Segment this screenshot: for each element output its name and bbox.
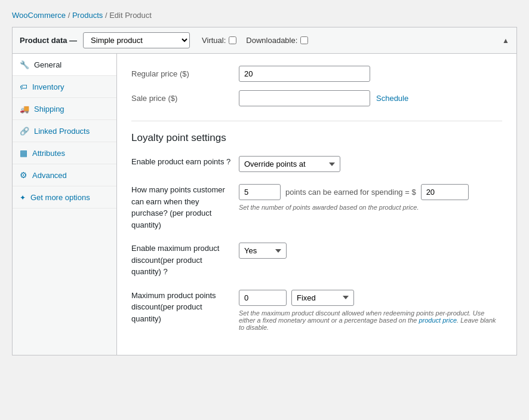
enable-max-discount-label: Enable maximum product discount(per prod… [131,243,239,278]
how-many-points-row: How many points customer can earn when t… [131,184,502,231]
sidebar-item-shipping-label: Shipping [34,105,64,114]
enable-max-control: Yes No [239,243,502,278]
main-content: Regular price ($) Sale price ($) Schedul… [117,54,516,355]
breadcrumb-products[interactable]: Products [72,11,103,20]
enable-points-label: Enable product earn points ? [131,156,239,172]
how-many-points-control: points can be earned for spending = $ Se… [239,184,502,231]
sidebar-item-general-label: General [34,60,61,69]
wrench-icon [20,60,29,69]
loyalty-section: Loyalty point settings Enable product ea… [131,121,502,331]
discount-type-select[interactable]: Fixed Percentage [291,290,354,306]
spending-value-input[interactable] [421,184,469,200]
downloadable-checkbox[interactable] [300,36,308,44]
how-many-points-label: How many points customer can earn when t… [131,184,239,231]
sidebar-item-inventory[interactable]: Inventory [13,76,116,98]
max-discount-row: Maximum product points discount(per prod… [131,290,502,331]
sidebar-item-inventory-label: Inventory [32,82,64,91]
gear-icon [20,170,27,180]
downloadable-label[interactable]: Downloadable: [246,36,308,45]
product-type-select[interactable]: Simple product Variable product Grouped … [83,32,190,48]
product-data-header: Product data — Simple product Variable p… [13,27,516,54]
product-data-title: Product data — [20,36,77,45]
sidebar: General Inventory Shipping Linked Produc… [13,54,117,355]
regular-price-input[interactable] [239,66,370,82]
sidebar-item-advanced-label: Advanced [32,171,67,180]
sale-price-label: Sale price ($) [131,94,239,103]
max-discount-help-text: Set the maximum product discount allowed… [239,309,502,331]
sidebar-item-attributes[interactable]: Attributes [13,142,116,164]
virtual-checkbox[interactable] [229,36,236,44]
sidebar-item-get-more-label: Get more options [30,193,90,202]
grid-icon [20,148,27,158]
loyalty-section-title: Loyalty point settings [131,132,502,144]
sidebar-item-shipping[interactable]: Shipping [13,98,116,120]
virtual-label[interactable]: Virtual: [202,36,236,45]
product-price-link[interactable]: product price [419,317,457,324]
star-icon [20,192,26,202]
product-data-panel: Product data — Simple product Variable p… [12,27,517,355]
tag-icon [20,82,27,91]
discount-row: Fixed Percentage [239,290,502,306]
enable-points-row: Enable product earn points ? Override po… [131,156,502,172]
enable-max-select[interactable]: Yes No [239,243,287,259]
sidebar-item-linked-label: Linked Products [34,127,90,136]
truck-icon [20,104,29,114]
schedule-link[interactable]: Schedule [376,94,408,103]
points-text: points can be earned for spending = $ [285,188,416,197]
sidebar-item-get-more[interactable]: Get more options [13,186,116,209]
breadcrumb: WooCommerce / Products / Edit Product [0,6,529,27]
max-discount-input[interactable] [239,290,287,306]
points-value-input[interactable] [239,184,281,200]
points-help-text: Set the number of points awarded based o… [239,204,502,211]
sidebar-item-attributes-label: Attributes [32,149,65,158]
sale-price-input[interactable] [239,90,370,106]
max-discount-control: Fixed Percentage Set the maximum product… [239,290,502,331]
regular-price-row: Regular price ($) [131,66,502,82]
enable-points-control: Override points at Default Disabled [239,156,502,172]
price-section: Regular price ($) Sale price ($) Schedul… [131,66,502,106]
collapse-arrow[interactable]: ▲ [502,36,509,45]
breadcrumb-sep2: / [105,11,107,20]
enable-max-discount-row: Enable maximum product discount(per prod… [131,243,502,278]
virtual-downloadable: Virtual: Downloadable: [202,36,308,45]
breadcrumb-woocommerce[interactable]: WooCommerce [12,11,66,20]
max-discount-label: Maximum product points discount(per prod… [131,290,239,331]
sidebar-item-advanced[interactable]: Advanced [13,164,116,186]
link-icon [20,126,29,136]
breadcrumb-current: Edit Product [109,11,152,20]
sale-price-row: Sale price ($) Schedule [131,90,502,106]
sidebar-item-linked-products[interactable]: Linked Products [13,120,116,142]
sidebar-item-general[interactable]: General [13,54,116,76]
product-data-body: General Inventory Shipping Linked Produc… [13,54,516,355]
regular-price-label: Regular price ($) [131,69,239,78]
breadcrumb-sep1: / [68,11,70,20]
page-wrapper: WooCommerce / Products / Edit Product Pr… [0,0,529,420]
enable-points-select[interactable]: Override points at Default Disabled [239,156,340,172]
points-row: points can be earned for spending = $ [239,184,502,200]
